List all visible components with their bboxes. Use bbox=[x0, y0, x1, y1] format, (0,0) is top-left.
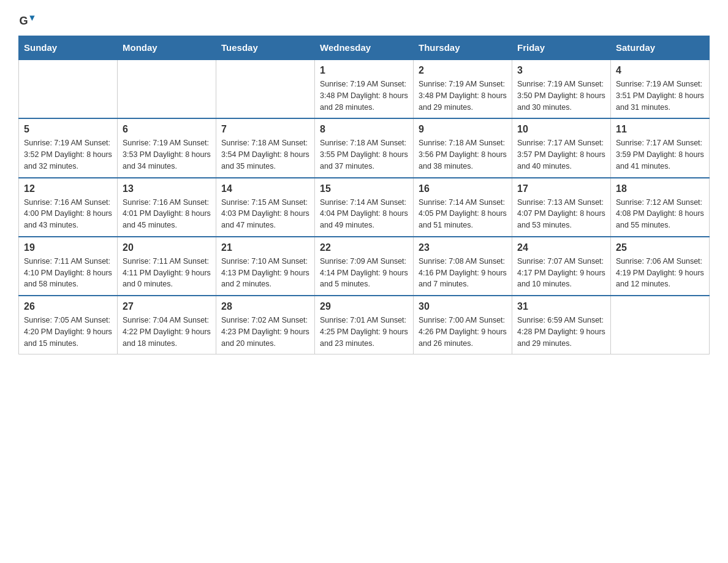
calendar-week-row: 26Sunrise: 7:05 AM Sunset: 4:20 PM Dayli… bbox=[19, 296, 710, 354]
calendar-week-row: 1Sunrise: 7:19 AM Sunset: 3:48 PM Daylig… bbox=[19, 59, 710, 118]
day-number: 22 bbox=[320, 242, 408, 253]
calendar-day-cell: 6Sunrise: 7:19 AM Sunset: 3:53 PM Daylig… bbox=[118, 118, 216, 177]
day-number: 27 bbox=[123, 301, 211, 312]
calendar-day-cell: 29Sunrise: 7:01 AM Sunset: 4:25 PM Dayli… bbox=[315, 296, 414, 354]
calendar-day-cell: 20Sunrise: 7:11 AM Sunset: 4:11 PM Dayli… bbox=[118, 237, 216, 296]
day-number: 26 bbox=[24, 301, 112, 312]
day-number: 12 bbox=[24, 183, 112, 194]
day-info: Sunrise: 7:05 AM Sunset: 4:20 PM Dayligh… bbox=[24, 315, 112, 349]
calendar-day-cell: 14Sunrise: 7:15 AM Sunset: 4:03 PM Dayli… bbox=[216, 178, 315, 237]
calendar-day-cell bbox=[118, 59, 216, 118]
day-number: 8 bbox=[320, 124, 408, 135]
calendar-day-cell: 4Sunrise: 7:19 AM Sunset: 3:51 PM Daylig… bbox=[611, 59, 710, 118]
day-info: Sunrise: 7:18 AM Sunset: 3:54 PM Dayligh… bbox=[221, 137, 309, 172]
logo-icon: G bbox=[18, 12, 36, 29]
day-of-week-header: Friday bbox=[512, 36, 611, 60]
day-info: Sunrise: 6:59 AM Sunset: 4:28 PM Dayligh… bbox=[517, 315, 605, 349]
day-info: Sunrise: 7:17 AM Sunset: 3:57 PM Dayligh… bbox=[517, 137, 605, 172]
day-info: Sunrise: 7:19 AM Sunset: 3:48 PM Dayligh… bbox=[419, 79, 507, 113]
calendar-day-cell: 2Sunrise: 7:19 AM Sunset: 3:48 PM Daylig… bbox=[414, 59, 512, 118]
calendar-day-cell: 12Sunrise: 7:16 AM Sunset: 4:00 PM Dayli… bbox=[19, 178, 118, 237]
calendar-day-cell: 19Sunrise: 7:11 AM Sunset: 4:10 PM Dayli… bbox=[19, 237, 118, 296]
calendar-day-cell: 9Sunrise: 7:18 AM Sunset: 3:56 PM Daylig… bbox=[414, 118, 512, 177]
day-number: 3 bbox=[517, 65, 605, 76]
day-number: 9 bbox=[419, 124, 507, 135]
day-number: 5 bbox=[24, 124, 112, 135]
day-number: 25 bbox=[616, 242, 704, 253]
calendar-week-row: 12Sunrise: 7:16 AM Sunset: 4:00 PM Dayli… bbox=[19, 178, 710, 237]
day-info: Sunrise: 7:08 AM Sunset: 4:16 PM Dayligh… bbox=[419, 256, 507, 290]
day-number: 14 bbox=[221, 183, 309, 194]
day-info: Sunrise: 7:06 AM Sunset: 4:19 PM Dayligh… bbox=[616, 256, 704, 290]
day-of-week-header: Wednesday bbox=[315, 36, 414, 60]
calendar-day-cell: 30Sunrise: 7:00 AM Sunset: 4:26 PM Dayli… bbox=[414, 296, 512, 354]
day-info: Sunrise: 7:09 AM Sunset: 4:14 PM Dayligh… bbox=[320, 256, 408, 290]
day-info: Sunrise: 7:10 AM Sunset: 4:13 PM Dayligh… bbox=[221, 256, 309, 290]
day-number: 21 bbox=[221, 242, 309, 253]
day-info: Sunrise: 7:07 AM Sunset: 4:17 PM Dayligh… bbox=[517, 256, 605, 290]
day-info: Sunrise: 7:19 AM Sunset: 3:51 PM Dayligh… bbox=[616, 79, 704, 113]
day-number: 17 bbox=[517, 183, 605, 194]
calendar-day-cell: 13Sunrise: 7:16 AM Sunset: 4:01 PM Dayli… bbox=[118, 178, 216, 237]
day-number: 6 bbox=[123, 124, 211, 135]
calendar-day-cell bbox=[216, 59, 315, 118]
day-number: 16 bbox=[419, 183, 507, 194]
day-of-week-header: Monday bbox=[118, 36, 216, 60]
calendar-day-cell: 23Sunrise: 7:08 AM Sunset: 4:16 PM Dayli… bbox=[414, 237, 512, 296]
calendar-day-cell: 15Sunrise: 7:14 AM Sunset: 4:04 PM Dayli… bbox=[315, 178, 414, 237]
day-info: Sunrise: 7:19 AM Sunset: 3:48 PM Dayligh… bbox=[320, 79, 408, 113]
day-info: Sunrise: 7:17 AM Sunset: 3:59 PM Dayligh… bbox=[616, 137, 704, 172]
calendar-day-cell: 5Sunrise: 7:19 AM Sunset: 3:52 PM Daylig… bbox=[19, 118, 118, 177]
svg-marker-1 bbox=[29, 16, 34, 21]
day-number: 28 bbox=[221, 301, 309, 312]
day-number: 30 bbox=[419, 301, 507, 312]
day-info: Sunrise: 7:13 AM Sunset: 4:07 PM Dayligh… bbox=[517, 197, 605, 231]
day-number: 15 bbox=[320, 183, 408, 194]
calendar-table: SundayMondayTuesdayWednesdayThursdayFrid… bbox=[18, 36, 710, 354]
day-of-week-header: Tuesday bbox=[216, 36, 315, 60]
calendar-day-cell: 31Sunrise: 6:59 AM Sunset: 4:28 PM Dayli… bbox=[512, 296, 611, 354]
day-info: Sunrise: 7:18 AM Sunset: 3:55 PM Dayligh… bbox=[320, 137, 408, 172]
calendar-day-cell: 8Sunrise: 7:18 AM Sunset: 3:55 PM Daylig… bbox=[315, 118, 414, 177]
calendar-day-cell bbox=[19, 59, 118, 118]
day-number: 18 bbox=[616, 183, 704, 194]
day-info: Sunrise: 7:19 AM Sunset: 3:50 PM Dayligh… bbox=[517, 79, 605, 113]
calendar-day-cell: 10Sunrise: 7:17 AM Sunset: 3:57 PM Dayli… bbox=[512, 118, 611, 177]
page-header: G bbox=[18, 12, 710, 29]
calendar-day-cell: 24Sunrise: 7:07 AM Sunset: 4:17 PM Dayli… bbox=[512, 237, 611, 296]
day-number: 10 bbox=[517, 124, 605, 135]
day-number: 13 bbox=[123, 183, 211, 194]
day-of-week-header: Thursday bbox=[414, 36, 512, 60]
day-info: Sunrise: 7:04 AM Sunset: 4:22 PM Dayligh… bbox=[123, 315, 211, 349]
svg-text:G: G bbox=[19, 15, 28, 27]
day-info: Sunrise: 7:01 AM Sunset: 4:25 PM Dayligh… bbox=[320, 315, 408, 349]
day-info: Sunrise: 7:19 AM Sunset: 3:52 PM Dayligh… bbox=[24, 137, 112, 172]
calendar-week-row: 19Sunrise: 7:11 AM Sunset: 4:10 PM Dayli… bbox=[19, 237, 710, 296]
day-number: 1 bbox=[320, 65, 408, 76]
calendar-day-cell: 1Sunrise: 7:19 AM Sunset: 3:48 PM Daylig… bbox=[315, 59, 414, 118]
calendar-day-cell bbox=[611, 296, 710, 354]
calendar-day-cell: 27Sunrise: 7:04 AM Sunset: 4:22 PM Dayli… bbox=[118, 296, 216, 354]
day-number: 7 bbox=[221, 124, 309, 135]
calendar-day-cell: 16Sunrise: 7:14 AM Sunset: 4:05 PM Dayli… bbox=[414, 178, 512, 237]
day-number: 4 bbox=[616, 65, 704, 76]
day-number: 2 bbox=[419, 65, 507, 76]
day-number: 11 bbox=[616, 124, 704, 135]
calendar-day-cell: 21Sunrise: 7:10 AM Sunset: 4:13 PM Dayli… bbox=[216, 237, 315, 296]
day-info: Sunrise: 7:14 AM Sunset: 4:04 PM Dayligh… bbox=[320, 197, 408, 231]
day-info: Sunrise: 7:19 AM Sunset: 3:53 PM Dayligh… bbox=[123, 137, 211, 172]
day-of-week-header: Sunday bbox=[19, 36, 118, 60]
day-info: Sunrise: 7:12 AM Sunset: 4:08 PM Dayligh… bbox=[616, 197, 704, 231]
calendar-day-cell: 11Sunrise: 7:17 AM Sunset: 3:59 PM Dayli… bbox=[611, 118, 710, 177]
day-info: Sunrise: 7:02 AM Sunset: 4:23 PM Dayligh… bbox=[221, 315, 309, 349]
day-info: Sunrise: 7:00 AM Sunset: 4:26 PM Dayligh… bbox=[419, 315, 507, 349]
calendar-day-cell: 25Sunrise: 7:06 AM Sunset: 4:19 PM Dayli… bbox=[611, 237, 710, 296]
day-info: Sunrise: 7:14 AM Sunset: 4:05 PM Dayligh… bbox=[419, 197, 507, 231]
calendar-day-cell: 22Sunrise: 7:09 AM Sunset: 4:14 PM Dayli… bbox=[315, 237, 414, 296]
day-info: Sunrise: 7:16 AM Sunset: 4:00 PM Dayligh… bbox=[24, 197, 112, 231]
day-of-week-header: Saturday bbox=[611, 36, 710, 60]
day-number: 19 bbox=[24, 242, 112, 253]
day-number: 23 bbox=[419, 242, 507, 253]
calendar-day-cell: 17Sunrise: 7:13 AM Sunset: 4:07 PM Dayli… bbox=[512, 178, 611, 237]
day-info: Sunrise: 7:15 AM Sunset: 4:03 PM Dayligh… bbox=[221, 197, 309, 231]
